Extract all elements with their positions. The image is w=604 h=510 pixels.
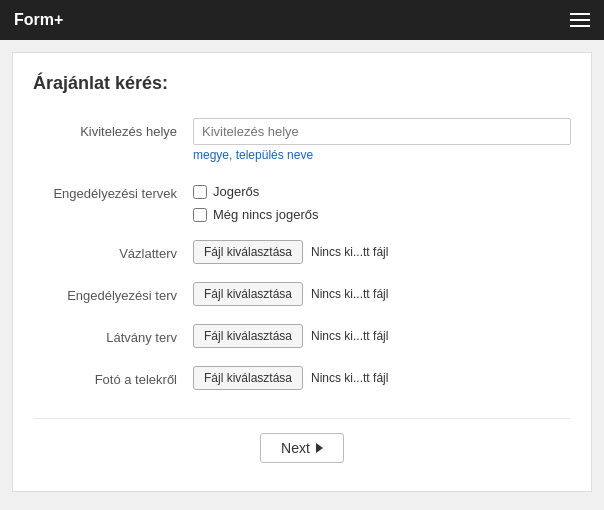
checkbox-group: Jogerős Még nincs jogerős (193, 180, 571, 222)
kivitelezes-row: Kivitelezés helye megye, település neve (33, 118, 571, 162)
checkbox-meg-nincs-label: Még nincs jogerős (213, 207, 319, 222)
engedely-terv-row: Engedélyezési terv Fájl kiválasztása Nin… (33, 282, 571, 306)
form-container: Árajánlat kérés: Kivitelezés helye megye… (12, 52, 592, 492)
kivitelezes-input[interactable] (193, 118, 571, 145)
latvany-terv-file-button[interactable]: Fájl kiválasztása (193, 324, 303, 348)
checkbox-jogerős[interactable]: Jogerős (193, 184, 571, 199)
engedely-terv-label: Engedélyezési terv (33, 282, 193, 303)
latvany-terv-file-row: Fájl kiválasztása Nincs ki...tt fájl (193, 324, 571, 348)
kivitelezes-label: Kivitelezés helye (33, 118, 193, 139)
next-button[interactable]: Next (260, 433, 344, 463)
foto-telekrol-row: Fotó a telekről Fájl kiválasztása Nincs … (33, 366, 571, 390)
foto-telekrol-control: Fájl kiválasztása Nincs ki...tt fájl (193, 366, 571, 390)
checkbox-jogerős-label: Jogerős (213, 184, 259, 199)
engedely-terv-file-status: Nincs ki...tt fájl (311, 287, 388, 301)
kivitelezes-control: megye, település neve (193, 118, 571, 162)
app-title: Form+ (14, 11, 63, 29)
page-title: Árajánlat kérés: (33, 73, 571, 94)
app-header: Form+ (0, 0, 604, 40)
vazlatterv-control: Fájl kiválasztása Nincs ki...tt fájl (193, 240, 571, 264)
checkbox-meg-nincs[interactable]: Még nincs jogerős (193, 207, 571, 222)
engedely-terv-file-row: Fájl kiválasztása Nincs ki...tt fájl (193, 282, 571, 306)
vazlatterv-label: Vázlatterv (33, 240, 193, 261)
kivitelezes-hint: megye, település neve (193, 148, 571, 162)
engedely-tervek-label: Engedélyezési tervek (33, 180, 193, 201)
latvany-terv-control: Fájl kiválasztása Nincs ki...tt fájl (193, 324, 571, 348)
latvany-terv-row: Látvány terv Fájl kiválasztása Nincs ki.… (33, 324, 571, 348)
foto-telekrol-file-button[interactable]: Fájl kiválasztása (193, 366, 303, 390)
footer-row: Next (33, 418, 571, 463)
engedely-terv-file-button[interactable]: Fájl kiválasztása (193, 282, 303, 306)
checkbox-jogerős-input[interactable] (193, 185, 207, 199)
vazlatterv-file-row: Fájl kiválasztása Nincs ki...tt fájl (193, 240, 571, 264)
menu-icon[interactable] (570, 13, 590, 27)
chevron-right-icon (316, 443, 323, 453)
foto-telekrol-file-row: Fájl kiválasztása Nincs ki...tt fájl (193, 366, 571, 390)
vazlatterv-file-status: Nincs ki...tt fájl (311, 245, 388, 259)
foto-telekrol-label: Fotó a telekről (33, 366, 193, 387)
engedely-terv-control: Fájl kiválasztása Nincs ki...tt fájl (193, 282, 571, 306)
engedely-tervek-row: Engedélyezési tervek Jogerős Még nincs j… (33, 180, 571, 222)
checkbox-meg-nincs-input[interactable] (193, 208, 207, 222)
foto-telekrol-file-status: Nincs ki...tt fájl (311, 371, 388, 385)
latvany-terv-label: Látvány terv (33, 324, 193, 345)
engedely-tervek-control: Jogerős Még nincs jogerős (193, 180, 571, 222)
vazlatterv-file-button[interactable]: Fájl kiválasztása (193, 240, 303, 264)
vazlatterv-row: Vázlatterv Fájl kiválasztása Nincs ki...… (33, 240, 571, 264)
next-button-label: Next (281, 440, 310, 456)
latvany-terv-file-status: Nincs ki...tt fájl (311, 329, 388, 343)
